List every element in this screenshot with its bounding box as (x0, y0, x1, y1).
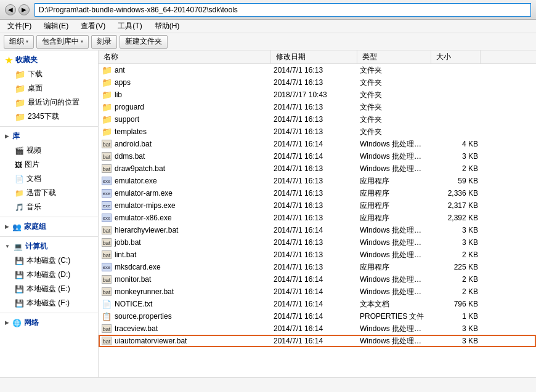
file-name: jobb.bat (115, 238, 274, 247)
address-path: D:\Program\adt-bundle-windows-x86_64-201… (39, 6, 238, 14)
sidebar-computer-header[interactable]: ▼ 💻 计算机 (0, 239, 98, 254)
table-row[interactable]: exe emulator.exe 2014/7/1 16:13 应用程序 59 … (99, 175, 536, 187)
bat-file-icon: bat (102, 324, 112, 333)
sidebar-item-docs[interactable]: 📄 文档 (0, 172, 98, 186)
organize-button[interactable]: 组织 ▾ (4, 35, 34, 49)
table-row[interactable]: 📁 apps 2014/7/1 16:13 文件夹 (99, 76, 536, 89)
sidebar-item-desktop[interactable]: 📁 桌面 (0, 81, 98, 95)
sidebar-item-download[interactable]: 📁 下载 (0, 67, 98, 81)
menu-tools[interactable]: 工具(T) (113, 20, 147, 33)
file-type: 应用程序 (360, 188, 434, 199)
menu-view[interactable]: 查看(V) (76, 20, 110, 33)
sidebar-item-2345[interactable]: 📁 2345下载 (0, 110, 98, 124)
computer-icon: 💻 (14, 242, 23, 251)
table-row[interactable]: bat uiautomatorviewer.bat 2014/7/1 16:14… (99, 335, 536, 347)
library-expand-icon: ▶ (5, 134, 9, 139)
file-date: 2014/7/1 16:13 (274, 66, 360, 74)
table-row[interactable]: 📄 NOTICE.txt 2014/7/1 16:14 文本文档 796 KB (99, 298, 536, 310)
table-row[interactable]: bat monitor.bat 2014/7/1 16:14 Windows 批… (99, 273, 536, 286)
table-row[interactable]: 📁 ant 2014/7/1 16:13 文件夹 (99, 64, 536, 76)
sidebar-item-recent-label: 最近访问的位置 (28, 97, 79, 108)
file-type: 文件夹 (360, 90, 434, 100)
file-date: 2014/7/1 16:14 (274, 140, 360, 148)
table-row[interactable]: exe emulator-x86.exe 2014/7/1 16:13 应用程序… (99, 212, 536, 224)
table-row[interactable]: exe mksdcard.exe 2014/7/1 16:13 应用程序 225… (99, 261, 536, 273)
file-type: Windows 批处理… (360, 139, 434, 150)
col-header-type[interactable]: 类型 (357, 50, 431, 63)
table-row[interactable]: 📋 source.properties 2014/7/1 16:14 PROPE… (99, 310, 536, 322)
bat-file-icon: bat (102, 250, 112, 259)
sidebar-item-music[interactable]: 🎵 音乐 (0, 200, 98, 214)
new-folder-button[interactable]: 新建文件夹 (120, 35, 168, 49)
file-date: 2014/7/1 16:13 (274, 177, 360, 185)
sidebar-item-recent[interactable]: 📁 最近访问的位置 (0, 95, 98, 110)
menu-help[interactable]: 帮助(H) (150, 20, 185, 33)
file-type: 文本文档 (360, 299, 434, 310)
sidebar-item-desktop-label: 桌面 (28, 83, 43, 94)
table-row[interactable]: 📁 lib 2018/7/17 10:43 文件夹 (99, 89, 536, 101)
sidebar-item-thunder-label: 迅雷下载 (26, 188, 56, 198)
exe-file-icon: exe (102, 189, 112, 198)
table-row[interactable]: exe emulator-mips.exe 2014/7/1 16:13 应用程… (99, 199, 536, 212)
file-date: 2014/7/1 16:13 (274, 250, 360, 259)
file-date: 2014/7/1 16:13 (274, 189, 360, 198)
sidebar-network-header[interactable]: ▶ 🌐 网络 (0, 316, 98, 330)
sidebar-favorites-header[interactable]: ★ 收藏夹 (0, 53, 98, 67)
sidebar-drive-d-label: 本地磁盘 (D:) (26, 270, 70, 280)
table-row[interactable]: exe emulator-arm.exe 2014/7/1 16:13 应用程序… (99, 187, 536, 199)
col-header-name[interactable]: 名称 (99, 50, 271, 63)
organize-arrow: ▾ (26, 39, 28, 44)
file-name: hierarchyviewer.bat (115, 226, 274, 234)
table-row[interactable]: 📁 proguard 2014/7/1 16:13 文件夹 (99, 101, 536, 113)
sidebar-item-thunder[interactable]: 📁 迅雷下载 (0, 186, 98, 200)
file-name: android.bat (115, 140, 274, 148)
file-size: 2 KB (434, 164, 483, 173)
table-row[interactable]: bat android.bat 2014/7/1 16:14 Windows 批… (99, 138, 536, 150)
table-row[interactable]: 📁 support 2014/7/1 16:13 文件夹 (99, 113, 536, 126)
table-row[interactable]: bat ddms.bat 2014/7/1 16:14 Windows 批处理…… (99, 150, 536, 162)
file-name: emulator-x86.exe (115, 214, 274, 222)
sidebar-drive-e[interactable]: 💾 本地磁盘 (E:) (0, 282, 98, 296)
sidebar-homegroup-header[interactable]: ▶ 👥 家庭组 (0, 220, 98, 234)
table-row[interactable]: bat draw9patch.bat 2014/7/1 16:13 Window… (99, 162, 536, 175)
forward-button[interactable]: ▶ (18, 4, 30, 15)
table-row[interactable]: 📁 templates 2014/7/1 16:13 文件夹 (99, 126, 536, 138)
music-icon: 🎵 (15, 203, 24, 212)
docs-icon: 📄 (15, 175, 24, 183)
folder-icon: 📁 (15, 112, 25, 122)
sidebar-item-pictures[interactable]: 🖼 图片 (0, 158, 98, 172)
sidebar-network-label: 网络 (24, 318, 39, 328)
sidebar-drive-f[interactable]: 💾 本地磁盘 (F:) (0, 296, 98, 310)
col-header-date[interactable]: 修改日期 (271, 50, 357, 63)
table-row[interactable]: bat hierarchyviewer.bat 2014/7/1 16:14 W… (99, 224, 536, 236)
file-name: monitor.bat (115, 275, 274, 284)
burn-button[interactable]: 刻录 (91, 35, 117, 49)
file-list: 📁 ant 2014/7/1 16:13 文件夹 📁 apps 2014/7/1… (99, 64, 536, 377)
col-header-size[interactable]: 大小 (431, 50, 481, 63)
back-button[interactable]: ◀ (5, 4, 16, 15)
sidebar-drive-c[interactable]: 💾 本地磁盘 (C:) (0, 254, 98, 268)
pictures-icon: 🖼 (15, 161, 22, 169)
file-size: 225 KB (434, 263, 483, 271)
file-size: 3 KB (434, 238, 483, 247)
bat-file-icon: bat (102, 337, 112, 345)
sidebar-item-video[interactable]: 🎬 视频 (0, 143, 98, 158)
homegroup-expand-icon: ▶ (5, 224, 9, 230)
table-row[interactable]: bat monkeyrunner.bat 2014/7/1 16:14 Wind… (99, 286, 536, 298)
sidebar-drive-d[interactable]: 💾 本地磁盘 (D:) (0, 268, 98, 282)
bat-file-icon: bat (102, 226, 112, 234)
file-name: source.properties (115, 312, 274, 321)
table-row[interactable]: bat lint.bat 2014/7/1 16:13 Windows 批处理…… (99, 249, 536, 261)
file-size: 2 KB (434, 287, 483, 296)
sidebar-library-header[interactable]: ▶ 库 (0, 129, 98, 143)
table-row[interactable]: bat jobb.bat 2014/7/1 16:13 Windows 批处理…… (99, 236, 536, 249)
address-bar[interactable]: D:\Program\adt-bundle-windows-x86_64-201… (35, 3, 531, 17)
exe-file-icon: exe (102, 214, 112, 222)
table-row[interactable]: bat traceview.bat 2014/7/1 16:14 Windows… (99, 322, 536, 335)
menu-edit[interactable]: 编辑(E) (39, 20, 73, 33)
file-type: Windows 批处理… (360, 164, 434, 174)
folder-icon: 📁 (15, 84, 25, 94)
menu-file[interactable]: 文件(F) (2, 20, 36, 33)
drive-f-icon: 💾 (15, 299, 24, 308)
include-library-button[interactable]: 包含到库中 ▾ (36, 35, 89, 49)
